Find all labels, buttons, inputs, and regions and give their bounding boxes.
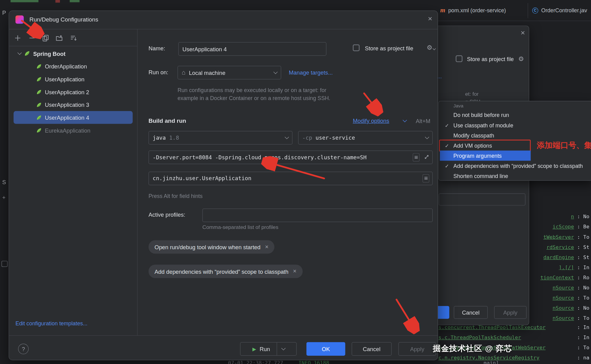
log-value: : No: [574, 283, 589, 293]
logger-link[interactable]: tWebServer: [529, 232, 574, 242]
log-value: : To: [574, 232, 589, 242]
logger-link[interactable]: c.n.registry.NacosServiceRegistry: [438, 353, 574, 363]
expand-window-icon[interactable]: [424, 154, 429, 161]
apply-button[interactable]: Apply: [494, 306, 526, 319]
apply-button[interactable]: Apply: [398, 342, 436, 356]
gear-icon[interactable]: ⚙: [518, 56, 524, 62]
menu-item-shorten-command-line[interactable]: Shorten command line: [439, 171, 591, 181]
cancel-button[interactable]: Cancel: [454, 306, 488, 319]
close-icon[interactable]: ×: [428, 15, 432, 22]
tree-root-row[interactable]: Spring Boot: [9, 47, 137, 60]
menu-item-label: Modify classpath: [439, 132, 494, 138]
tree-item-orderapplication[interactable]: OrderApplication: [9, 60, 137, 73]
home-icon: ⌂: [182, 69, 186, 76]
store-as-project-file-checkbox[interactable]: [456, 55, 463, 62]
log-value: : St: [574, 242, 589, 252]
cancel-button[interactable]: Cancel: [352, 342, 392, 356]
edit-configuration-templates-link[interactable]: Edit configuration templates...: [15, 320, 87, 327]
plus-icon[interactable]: +: [2, 194, 6, 201]
modify-options-link[interactable]: Modify options: [353, 118, 389, 124]
logger-link[interactable]: ].[/]: [529, 262, 574, 273]
text-field[interactable]: [439, 193, 526, 205]
chevron-down-icon: [274, 70, 278, 74]
spring-boot-icon: [36, 127, 42, 133]
console-output: s.concurrent.ThreadPoolTaskExecutor : In…: [438, 322, 589, 363]
logger-link[interactable]: icScope: [529, 222, 574, 232]
logger-link[interactable]: dardEngine: [529, 252, 574, 262]
maven-icon: m: [440, 6, 445, 14]
new-folder-button[interactable]: [56, 35, 63, 41]
chevron-down-icon[interactable]: [18, 51, 22, 55]
close-icon[interactable]: ×: [265, 243, 268, 250]
menu-item-label: Add dependencies with “provided” scope t…: [439, 163, 583, 169]
tree-item-label: UserApplication 4: [45, 114, 89, 121]
console-line: c.n.registry.NacosServiceRegistry : na: [438, 353, 589, 363]
spring-boot-icon: [36, 102, 42, 107]
module-classpath-select[interactable]: -cp user-service: [298, 131, 433, 145]
tab-pom-xml[interactable]: m pom.xml (order-service): [440, 0, 506, 21]
log-value: : In: [574, 322, 589, 332]
close-icon[interactable]: ×: [293, 268, 296, 275]
console-line: nSource : To: [529, 293, 589, 303]
tool-window-icon[interactable]: [2, 261, 8, 267]
jre-select[interactable]: java 1.8: [148, 131, 292, 145]
expand-field-icon[interactable]: ≡: [413, 153, 420, 161]
menu-item-add-dependencies-with-provided-scope-to-classpath[interactable]: ✓Add dependencies with “provided” scope …: [439, 161, 591, 171]
add-configuration-button[interactable]: [14, 35, 21, 41]
hint-fragment: et: for: [465, 91, 479, 97]
log-value: : No: [574, 303, 589, 313]
checkmark-icon: ✓: [445, 142, 449, 149]
divider: [137, 29, 137, 335]
option-chip-add-dependencies-with-provid[interactable]: Add dependencies with “provided” scope t…: [148, 265, 302, 278]
modify-options-shortcut: Alt+M: [416, 118, 431, 124]
manage-targets-link[interactable]: Manage targets...: [289, 69, 333, 76]
console-line: nSource : No: [529, 283, 589, 293]
tree-item-userapplication[interactable]: UserApplication: [9, 73, 137, 86]
tree-item-eurekaapplication[interactable]: EurekaApplication: [9, 124, 137, 137]
checkmark-icon: ✓: [445, 122, 449, 128]
menu-item-use-classpath-of-module[interactable]: ✓Use classpath of module: [439, 120, 591, 130]
name-input[interactable]: [178, 42, 326, 56]
log-value: : na: [574, 353, 589, 363]
run-options-chevron[interactable]: [277, 348, 290, 350]
log-value: : To: [574, 293, 589, 303]
spring-boot-icon: [36, 114, 42, 120]
active-profiles-input[interactable]: [203, 208, 433, 222]
main-class-field[interactable]: cn.jinzhu.user.UserApplication ≡: [148, 172, 433, 185]
sort-configurations-button[interactable]: [70, 35, 77, 41]
run-on-select[interactable]: ⌂ Local machine: [178, 66, 281, 79]
jre-version: 1.8: [169, 135, 179, 141]
tree-item-userapplication-3[interactable]: UserApplication 3: [9, 98, 137, 111]
menu-item-program-arguments[interactable]: Program arguments: [439, 151, 591, 161]
configuration-tree: OrderApplication UserApplication UserApp…: [9, 60, 137, 137]
option-chip-open-run-debug-tool-window-w[interactable]: Open run/debug tool window when started×: [148, 240, 274, 254]
logger-link[interactable]: n: [529, 211, 574, 222]
console-line: rdService : St: [529, 242, 589, 252]
menu-item-modify-classpath[interactable]: Modify classpath: [439, 130, 591, 140]
logger-link[interactable]: tionContext: [529, 273, 574, 283]
vm-options-field[interactable]: -Dserver.port=8084 -Dspring.cloud.nacos.…: [148, 151, 433, 164]
browse-class-icon[interactable]: ≡: [423, 174, 429, 183]
tree-item-userapplication-4[interactable]: UserApplication 4: [14, 111, 133, 124]
logger-link[interactable]: nSource: [529, 283, 574, 293]
logger-link[interactable]: rdService: [529, 242, 574, 252]
logger-link[interactable]: nSource: [529, 303, 574, 313]
remove-configuration-button[interactable]: [29, 35, 35, 41]
spring-boot-icon: [24, 50, 30, 56]
logger-link[interactable]: nSource: [529, 293, 574, 303]
logger-link[interactable]: s.c.ThreadPoolTaskScheduler: [438, 332, 574, 343]
close-icon[interactable]: ×: [521, 29, 525, 37]
ok-button[interactable]: OK: [306, 342, 345, 356]
logger-link[interactable]: nSource: [529, 313, 574, 323]
gear-icon[interactable]: ⚙: [427, 45, 435, 51]
run-button[interactable]: ▶ Run: [240, 342, 297, 356]
console-line: icScope : Be: [529, 222, 589, 232]
tree-item-userapplication-2[interactable]: UserApplication 2: [9, 85, 137, 98]
help-button[interactable]: ?: [18, 344, 29, 354]
tab-label: OrderController.jav: [541, 7, 587, 14]
store-as-project-file-checkbox[interactable]: [353, 45, 360, 51]
run-on-label: Run on:: [148, 69, 168, 75]
tab-order-controller[interactable]: C OrderController.jav: [532, 0, 587, 21]
menu-item-do-not-build-before-run[interactable]: Do not build before run: [439, 110, 591, 120]
copy-configuration-button[interactable]: [42, 35, 49, 41]
